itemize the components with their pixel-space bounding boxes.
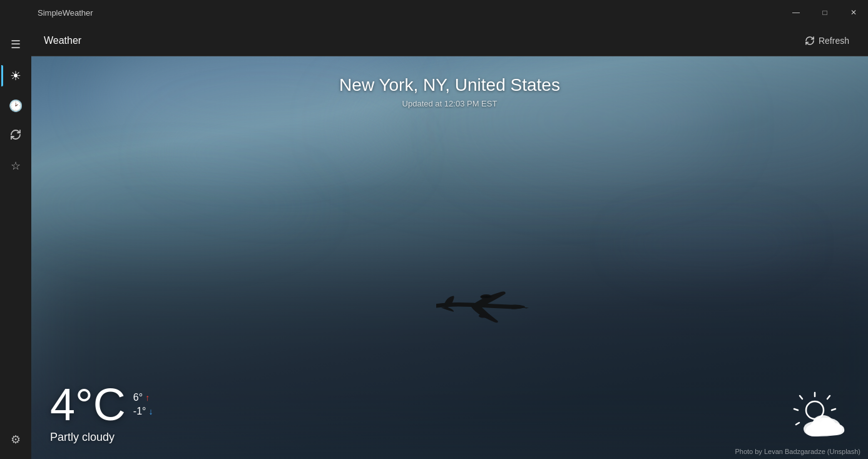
header-bar: Weather Refresh [31, 25, 868, 56]
temp-hi-lo: 6° ↑ -1° ↓ [133, 392, 153, 417]
svg-point-1 [479, 314, 489, 317]
sidebar-item-weekly[interactable] [1, 121, 30, 150]
weather-description: Partly cloudy [50, 431, 153, 444]
settings-icon: ⚙ [11, 433, 21, 446]
weather-info: 4°C 6° ↑ -1° ↓ Partly cloudy [50, 382, 153, 444]
app-name: SimpleWeather [38, 8, 93, 18]
star-icon: ☆ [11, 159, 21, 173]
sidebar-item-today[interactable]: ☀ [1, 61, 30, 90]
svg-line-5 [800, 396, 802, 399]
sidebar: ☰ ☀ 🕑 ☆ ⚙ [0, 25, 31, 459]
maximize-button[interactable]: □ [810, 0, 839, 25]
airplane-image [431, 282, 531, 334]
location-name: New York, NY, United States [31, 75, 868, 95]
temp-high: 6° ↑ [133, 392, 153, 403]
svg-line-3 [827, 396, 830, 399]
temp-low: -1° ↓ [133, 406, 153, 417]
clouds-layer [31, 56, 868, 459]
refresh-nav-icon [9, 128, 22, 144]
clock-icon: 🕑 [9, 99, 23, 113]
arrow-up-icon: ↑ [145, 393, 150, 403]
sidebar-item-settings[interactable]: ⚙ [1, 425, 30, 454]
menu-button[interactable]: ☰ [1, 30, 30, 59]
sidebar-item-favorites[interactable]: ☆ [1, 152, 30, 180]
sun-icon: ☀ [10, 68, 21, 83]
temp-low-value: -1° [133, 406, 146, 417]
weather-icon-area [793, 391, 849, 444]
last-updated: Updated at 12:03 PM EST [31, 99, 868, 108]
partly-cloudy-icon [793, 391, 849, 441]
refresh-button[interactable]: Refresh [799, 32, 855, 49]
photo-credit: Photo by Levan Badzgaradze (Unsplash) [735, 448, 860, 455]
svg-line-4 [832, 409, 835, 410]
page-title: Weather [44, 35, 81, 46]
sidebar-item-hourly[interactable]: 🕑 [1, 91, 30, 120]
title-bar: SimpleWeather — □ ✕ [0, 0, 868, 25]
svg-line-6 [794, 409, 798, 410]
refresh-label: Refresh [819, 36, 849, 46]
main-content: New York, NY, United States Updated at 1… [31, 56, 868, 459]
hamburger-icon: ☰ [11, 38, 21, 51]
arrow-down-icon: ↓ [148, 406, 153, 416]
minimize-button[interactable]: — [782, 0, 810, 25]
window-controls: — □ ✕ [782, 0, 868, 25]
close-button[interactable]: ✕ [839, 0, 868, 25]
temp-high-value: 6° [133, 392, 143, 403]
svg-line-7 [796, 423, 799, 425]
temperature-main: 4°C [50, 382, 126, 427]
location-info: New York, NY, United States Updated at 1… [31, 75, 868, 108]
refresh-icon [805, 36, 815, 46]
